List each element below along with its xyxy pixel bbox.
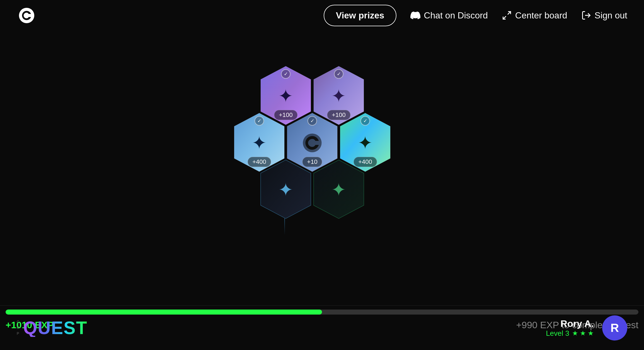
- star-2: ★: [580, 329, 586, 337]
- hex-grid: ✦ ✓ +100 ✦ ✓ +100: [224, 65, 420, 255]
- star-3: ★: [588, 329, 594, 337]
- star-1: ★: [572, 329, 578, 337]
- footer-user: Rory A. Level 3 ★ ★ ★ R: [546, 315, 627, 341]
- hex-bot-right[interactable]: ✦: [311, 159, 367, 221]
- svg-line-2: [503, 16, 506, 19]
- discord-link[interactable]: Chat on Discord: [410, 10, 488, 21]
- user-level: Level 3 ★ ★ ★: [546, 329, 594, 338]
- board-area: ✦ ✓ +100 ✦ ✓ +100: [0, 31, 644, 289]
- avatar: R: [602, 315, 627, 341]
- header-nav: View prizes Chat on Discord Center board: [324, 5, 627, 26]
- user-name: Rory A.: [546, 318, 594, 329]
- center-board-label: Center board: [515, 10, 567, 21]
- sign-out-label: Sign out: [595, 10, 627, 21]
- center-board-link[interactable]: Center board: [502, 10, 567, 21]
- svg-line-1: [508, 12, 511, 15]
- quest-logo-text: QUEST: [23, 319, 87, 337]
- coinbase-logo[interactable]: [17, 6, 36, 25]
- cdp-label: C D P: [17, 319, 19, 336]
- discord-icon: [410, 10, 420, 20]
- header: View prizes Chat on Discord Center board: [0, 0, 644, 31]
- user-info: Rory A. Level 3 ★ ★ ★: [546, 318, 594, 338]
- center-board-icon: [502, 10, 512, 20]
- level-stars: ★ ★ ★: [572, 329, 594, 337]
- hex-bot-left[interactable]: ✦: [258, 159, 314, 221]
- footer: C D P QUEST Rory A. Level 3 ★ ★ ★ R: [0, 305, 644, 350]
- view-prizes-button[interactable]: View prizes: [324, 5, 397, 26]
- sign-out-link[interactable]: Sign out: [581, 10, 627, 21]
- svg-point-0: [19, 8, 34, 23]
- discord-label: Chat on Discord: [424, 10, 488, 21]
- sign-out-icon: [581, 10, 591, 20]
